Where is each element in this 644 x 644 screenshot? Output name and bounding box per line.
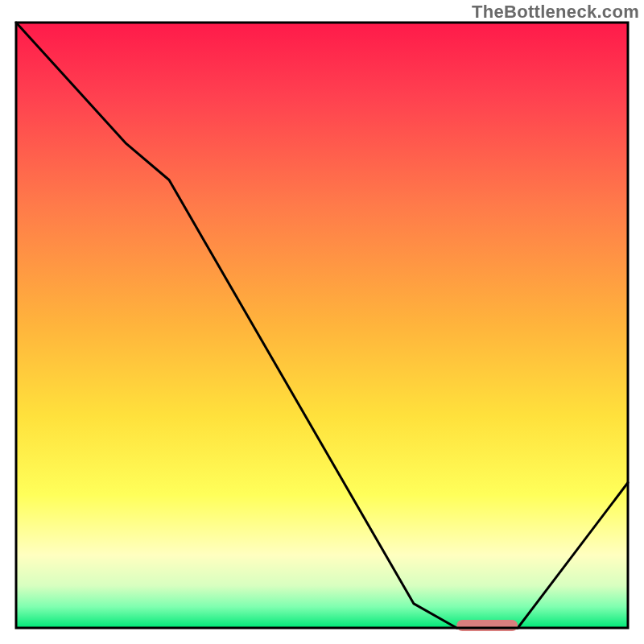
optimal-range-marker — [456, 620, 518, 631]
plot-background — [16, 23, 628, 628]
chart-container: TheBottleneck.com — [0, 0, 644, 644]
bottleneck-chart — [0, 0, 644, 644]
